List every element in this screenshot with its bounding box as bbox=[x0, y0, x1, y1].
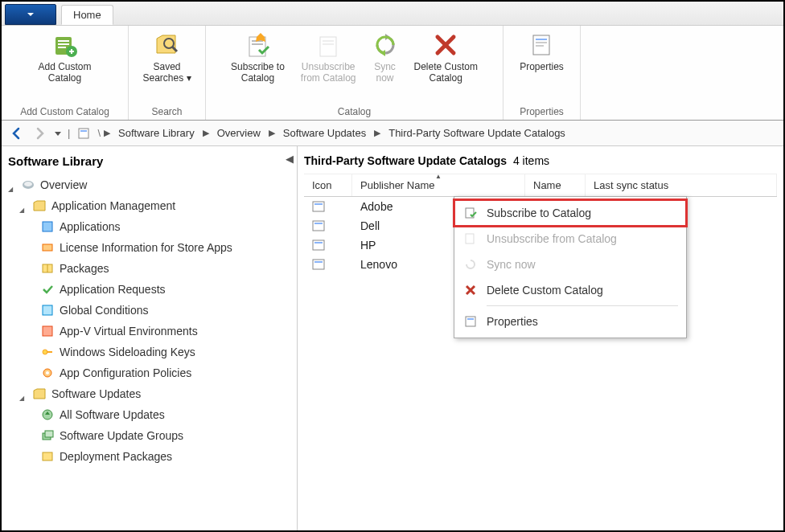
content-item-count: 4 items bbox=[513, 154, 549, 167]
folder-icon bbox=[32, 387, 47, 401]
svg-rect-50 bbox=[313, 260, 324, 269]
svg-rect-22 bbox=[536, 42, 547, 43]
unsubscribe-from-catalog-button[interactable]: Unsubscribe from Catalog bbox=[293, 29, 364, 88]
properties-button[interactable]: Properties bbox=[512, 29, 572, 76]
catalog-row-icon bbox=[304, 239, 352, 252]
svg-rect-42 bbox=[45, 431, 53, 437]
deploy-icon bbox=[40, 449, 55, 464]
tree-item-deployment-packages[interactable]: Deployment Packages bbox=[5, 446, 294, 467]
tree-label: Application Management bbox=[51, 199, 175, 212]
breadcrumb: ▶ Software Library ▶ Overview ▶ Software… bbox=[104, 125, 570, 141]
breadcrumb-item[interactable]: Software Updates bbox=[278, 125, 371, 141]
tree-caret-icon[interactable] bbox=[19, 390, 27, 398]
svg-rect-25 bbox=[79, 129, 88, 138]
sidebar-title: Software Library bbox=[5, 151, 294, 174]
app-menu-button[interactable] bbox=[5, 4, 56, 25]
tree-item-overview[interactable]: Overview bbox=[5, 174, 294, 195]
ribbon-group-title: Search bbox=[129, 104, 205, 118]
tree-item-all-updates[interactable]: All Software Updates bbox=[5, 404, 294, 425]
tree-caret-icon[interactable] bbox=[19, 202, 27, 210]
tree-item-app-config-policies[interactable]: App Configuration Policies bbox=[5, 362, 294, 383]
ribbon-group-title: Add Custom Catalog bbox=[2, 104, 128, 118]
svg-rect-53 bbox=[466, 234, 474, 243]
svg-rect-13 bbox=[320, 37, 336, 56]
column-header-sync-status[interactable]: Last sync status bbox=[586, 174, 777, 196]
folder-icon bbox=[32, 198, 47, 213]
svg-rect-45 bbox=[314, 203, 323, 205]
license-icon bbox=[40, 240, 55, 255]
svg-rect-33 bbox=[43, 305, 52, 315]
svg-rect-29 bbox=[43, 222, 52, 231]
nav-forward-button[interactable] bbox=[29, 123, 50, 144]
svg-rect-48 bbox=[313, 240, 324, 250]
ctx-label: Unsubscribe from Catalog bbox=[487, 232, 617, 245]
tree-item-update-groups[interactable]: Software Update Groups bbox=[5, 425, 294, 446]
search-saved-icon bbox=[154, 32, 180, 58]
app-icon bbox=[40, 219, 55, 234]
tree-label: License Information for Store Apps bbox=[60, 241, 232, 254]
breadcrumb-item[interactable]: Overview bbox=[212, 125, 265, 141]
ribbon-label: Properties bbox=[520, 61, 564, 72]
svg-rect-34 bbox=[43, 326, 52, 336]
column-header-name[interactable]: Name bbox=[525, 174, 586, 196]
saved-searches-button[interactable]: Saved Searches ▾ bbox=[134, 29, 199, 88]
collapse-sidebar-icon[interactable]: ◀ bbox=[286, 153, 294, 165]
ctx-sync-now: Sync now bbox=[454, 252, 686, 277]
sync-now-button[interactable]: Sync now bbox=[364, 29, 406, 88]
ribbon-group-title: Properties bbox=[503, 104, 580, 118]
ribbon-label: Subscribe to Catalog bbox=[231, 61, 285, 84]
column-header-publisher[interactable]: Publisher Name bbox=[352, 174, 525, 196]
package-icon bbox=[40, 261, 55, 276]
gear-icon bbox=[40, 366, 55, 380]
svg-rect-2 bbox=[58, 43, 69, 45]
svg-rect-1 bbox=[58, 40, 69, 42]
ribbon: Add Custom Catalog Add Custom Catalog Sa… bbox=[2, 26, 783, 121]
svg-rect-36 bbox=[47, 351, 52, 353]
nav-dropdown-button[interactable] bbox=[51, 123, 64, 144]
ribbon-group-title: Catalog bbox=[206, 104, 503, 118]
tree-item-packages[interactable]: Packages bbox=[5, 258, 294, 279]
tree-label: Packages bbox=[60, 262, 109, 275]
ctx-label: Subscribe to Catalog bbox=[487, 207, 591, 219]
ctx-delete-custom-catalog[interactable]: Delete Custom Catalog bbox=[454, 277, 686, 303]
tree-label: Windows Sideloading Keys bbox=[60, 346, 195, 358]
svg-rect-47 bbox=[314, 223, 323, 224]
tree-item-license-info[interactable]: License Information for Store Apps bbox=[5, 237, 294, 258]
catalog-row-icon bbox=[304, 258, 352, 271]
delete-custom-catalog-button[interactable]: Delete Custom Catalog bbox=[406, 29, 486, 88]
delete-icon bbox=[462, 282, 479, 298]
sync-icon bbox=[372, 32, 398, 58]
breadcrumb-item[interactable]: Third-Party Software Update Catalogs bbox=[384, 125, 570, 141]
ribbon-group-catalog: Subscribe to Catalog Unsubscribe from Ca… bbox=[206, 26, 503, 120]
tree-label: Overview bbox=[40, 178, 87, 191]
ctx-label: Delete Custom Catalog bbox=[487, 284, 603, 297]
tree-caret-icon[interactable] bbox=[8, 181, 16, 189]
tree-item-applications[interactable]: Applications bbox=[5, 216, 294, 237]
nav-home-icon[interactable] bbox=[73, 123, 94, 144]
tree-item-application-management[interactable]: Application Management bbox=[5, 195, 294, 216]
subscribe-to-catalog-button[interactable]: Subscribe to Catalog bbox=[223, 29, 293, 88]
nav-bar: | \ ▶ Software Library ▶ Overview ▶ Soft… bbox=[2, 121, 783, 146]
key-icon bbox=[40, 345, 55, 359]
ctx-subscribe-to-catalog[interactable]: Subscribe to Catalog bbox=[454, 200, 686, 226]
ctx-separator bbox=[487, 305, 678, 306]
properties-icon bbox=[528, 32, 554, 58]
tree-item-global-conditions[interactable]: Global Conditions bbox=[5, 300, 294, 321]
catalog-row-icon bbox=[304, 219, 352, 232]
chevron-right-icon: ▶ bbox=[203, 128, 209, 138]
breadcrumb-item[interactable]: Software Library bbox=[113, 125, 199, 141]
tree-label: Global Conditions bbox=[60, 304, 149, 317]
tree-item-software-updates[interactable]: Software Updates bbox=[5, 383, 294, 404]
svg-point-28 bbox=[24, 182, 32, 186]
tree-item-sideloading-keys[interactable]: Windows Sideloading Keys bbox=[5, 342, 294, 362]
check-icon bbox=[40, 282, 55, 297]
nav-back-button[interactable] bbox=[6, 123, 27, 144]
column-header-icon[interactable]: Icon bbox=[304, 174, 352, 196]
content-title: Third-Party Software Update Catalogs 4 i… bbox=[304, 151, 777, 174]
tab-home[interactable]: Home bbox=[61, 5, 113, 25]
ctx-properties[interactable]: Properties bbox=[454, 309, 686, 334]
chevron-right-icon: ▶ bbox=[374, 128, 380, 138]
tree-item-app-requests[interactable]: Application Requests bbox=[5, 279, 294, 300]
tree-item-appv[interactable]: App-V Virtual Environments bbox=[5, 321, 294, 342]
add-custom-catalog-button[interactable]: Add Custom Catalog bbox=[30, 29, 99, 88]
